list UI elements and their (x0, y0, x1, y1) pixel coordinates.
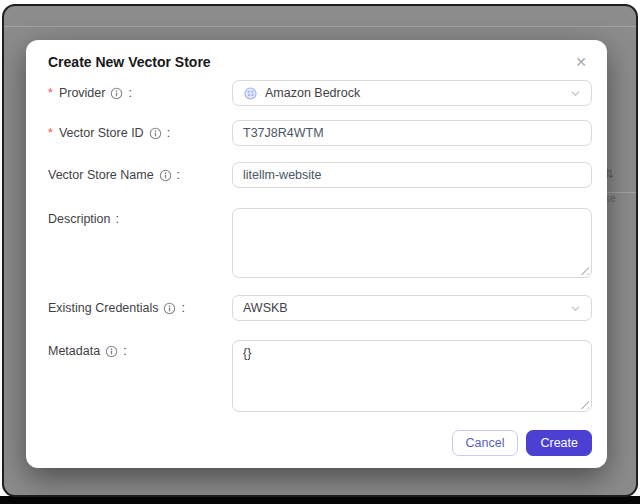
info-circle-icon[interactable] (110, 87, 123, 100)
label-text: Metadata (48, 344, 100, 358)
info-circle-icon[interactable] (149, 127, 162, 140)
chevron-down-icon (570, 88, 581, 99)
metadata-textarea[interactable]: {} (232, 340, 592, 412)
metadata-row: Metadata : {} (48, 340, 592, 412)
chevron-down-icon (570, 303, 581, 314)
label-text: Vector Store Name (48, 168, 154, 182)
amazon-bedrock-icon (243, 86, 258, 101)
provider-row: * Provider : (48, 80, 592, 106)
modal-title: Create New Vector Store (48, 54, 211, 70)
existing-credentials-label: Existing Credentials : (48, 301, 232, 315)
provider-select-value: Amazon Bedrock (265, 86, 563, 100)
vector-store-name-row: Vector Store Name : (48, 162, 592, 188)
label-text: Description (48, 212, 111, 226)
screenshot-stage: ⇅ se Create New Vector Store ✕ * Provide… (0, 0, 640, 504)
description-label: Description : (48, 208, 232, 226)
provider-select[interactable]: Amazon Bedrock (232, 80, 592, 106)
description-textarea[interactable] (232, 208, 592, 278)
description-row: Description : (48, 208, 592, 278)
metadata-label: Metadata : (48, 340, 232, 358)
existing-credentials-select[interactable]: AWSKB (232, 295, 592, 321)
create-button[interactable]: Create (526, 430, 592, 456)
info-circle-icon[interactable] (163, 302, 176, 315)
info-circle-icon[interactable] (159, 169, 172, 182)
close-icon[interactable]: ✕ (569, 50, 593, 74)
provider-label: * Provider : (48, 86, 232, 100)
vector-store-name-label: Vector Store Name : (48, 168, 232, 182)
dimmed-table-fragment: ⇅ se (604, 168, 630, 204)
cancel-button[interactable]: Cancel (452, 430, 519, 456)
vector-store-name-input[interactable] (232, 162, 592, 188)
info-circle-icon[interactable] (105, 345, 118, 358)
label-text: Existing Credentials (48, 301, 158, 315)
required-marker: * (48, 86, 53, 100)
existing-credentials-select-value: AWSKB (243, 301, 563, 315)
vector-store-id-label: * Vector Store ID : (48, 126, 232, 140)
required-marker: * (48, 126, 53, 140)
label-text: Provider (59, 86, 106, 100)
label-text: Vector Store ID (59, 126, 144, 140)
vector-store-id-input[interactable] (232, 120, 592, 146)
modal-footer: Cancel Create (452, 430, 592, 456)
create-vector-store-modal: Create New Vector Store ✕ * Provider : (26, 40, 607, 468)
dimmed-header-divider (4, 26, 636, 27)
desktop-edge (0, 496, 640, 504)
vector-store-id-row: * Vector Store ID : (48, 120, 592, 146)
existing-credentials-row: Existing Credentials : AWSKB (48, 295, 592, 321)
